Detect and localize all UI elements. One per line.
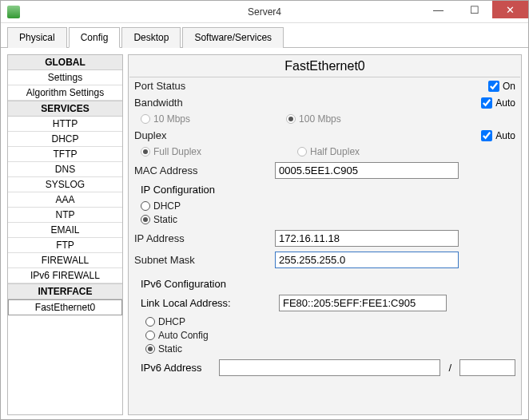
sidebar-item-algorithm[interactable]: Algorithm Settings (8, 85, 122, 101)
tab-config[interactable]: Config (69, 27, 121, 48)
ipv6-prefix-input[interactable] (459, 359, 515, 376)
radio-icon (145, 331, 155, 340)
ip-dhcp-option[interactable]: DHCP (141, 200, 181, 212)
sidebar-item-aaa[interactable]: AAA (8, 192, 122, 208)
sidebar-item-syslog[interactable]: SYSLOG (8, 177, 122, 192)
bandwidth-10-option[interactable]: 10 Mbps (141, 113, 190, 125)
radio-icon (141, 215, 150, 224)
port-status-label: Port Status (134, 80, 270, 92)
sidebar-item-ftp[interactable]: FTP (8, 238, 122, 253)
ip-static-option[interactable]: Static (141, 214, 177, 225)
sidebar: GLOBAL Settings Algorithm Settings SERVI… (7, 54, 123, 415)
duplex-full-option[interactable]: Full Duplex (141, 146, 201, 157)
duplex-half-option[interactable]: Half Duplex (297, 146, 360, 157)
sidebar-item-ipv6firewall[interactable]: IPv6 FIREWALL (8, 268, 122, 283)
bandwidth-label: Bandwidth (134, 97, 270, 109)
sidebar-header-global: GLOBAL (8, 55, 122, 70)
titlebar: Server4 — ☐ ✕ (1, 1, 528, 23)
duplex-auto-label: Auto (495, 130, 515, 141)
ipv6-static-option[interactable]: Static (145, 343, 182, 355)
ipv6-slash: / (445, 362, 455, 374)
tab-software[interactable]: Software/Services (182, 27, 284, 48)
close-button[interactable]: ✕ (492, 1, 528, 18)
ip-address-label: IP Address (134, 232, 270, 244)
sidebar-item-ntp[interactable]: NTP (8, 208, 122, 223)
mac-address-input[interactable] (275, 162, 459, 179)
radio-icon (141, 147, 150, 157)
sidebar-item-firewall[interactable]: FIREWALL (8, 253, 122, 268)
ipv6-autoconfig-option[interactable]: Auto Config (145, 330, 209, 341)
duplex-label: Duplex (134, 129, 270, 141)
ipv6-dhcp-option[interactable]: DHCP (145, 316, 185, 327)
ip-address-input[interactable] (275, 230, 459, 247)
ipv6-address-input[interactable] (219, 359, 440, 376)
sidebar-item-http[interactable]: HTTP (8, 117, 122, 132)
radio-icon (286, 114, 296, 124)
bandwidth-100-option[interactable]: 100 Mbps (286, 113, 341, 125)
tab-physical[interactable]: Physical (7, 27, 67, 48)
sidebar-header-services: SERVICES (8, 101, 122, 117)
sidebar-header-interface: INTERFACE (8, 283, 122, 299)
ipv6-config-label: IPv6 Configuration (129, 275, 520, 292)
radio-icon (141, 201, 150, 211)
link-local-input[interactable] (279, 295, 447, 311)
sidebar-item-tftp[interactable]: TFTP (8, 147, 122, 162)
sidebar-item-email[interactable]: EMAIL (8, 223, 122, 238)
tab-bar: Physical Config Desktop Software/Service… (1, 23, 528, 48)
sidebar-item-fastethernet0[interactable]: FastEthernet0 (8, 299, 122, 315)
duplex-auto-checkbox[interactable] (481, 130, 492, 141)
minimize-button[interactable]: — (420, 1, 456, 18)
radio-icon (145, 317, 155, 327)
sidebar-item-settings[interactable]: Settings (8, 70, 122, 85)
panel-title: FastEthernet0 (129, 56, 520, 77)
sidebar-item-dns[interactable]: DNS (8, 162, 122, 177)
ip-config-label: IP Configuration (129, 181, 520, 198)
ipv6-address-label: IPv6 Address (134, 362, 214, 374)
tab-desktop[interactable]: Desktop (121, 27, 181, 48)
radio-icon (141, 114, 150, 124)
mac-address-label: MAC Address (134, 164, 270, 176)
radio-icon (297, 147, 307, 157)
subnet-mask-label: Subnet Mask (134, 254, 270, 266)
port-status-checkbox[interactable] (488, 81, 499, 92)
subnet-mask-input[interactable] (275, 252, 459, 268)
port-status-on: On (503, 81, 515, 92)
bandwidth-auto-checkbox[interactable] (481, 97, 492, 109)
maximize-button[interactable]: ☐ (456, 1, 492, 18)
sidebar-item-dhcp[interactable]: DHCP (8, 132, 122, 147)
app-window: Server4 — ☐ ✕ Physical Config Desktop So… (0, 0, 529, 420)
main-panel: FastEthernet0 Port Status On Bandwidth A… (128, 54, 522, 415)
radio-icon (145, 344, 155, 354)
bandwidth-auto-label: Auto (495, 97, 515, 109)
link-local-label: Link Local Address: (134, 297, 274, 309)
